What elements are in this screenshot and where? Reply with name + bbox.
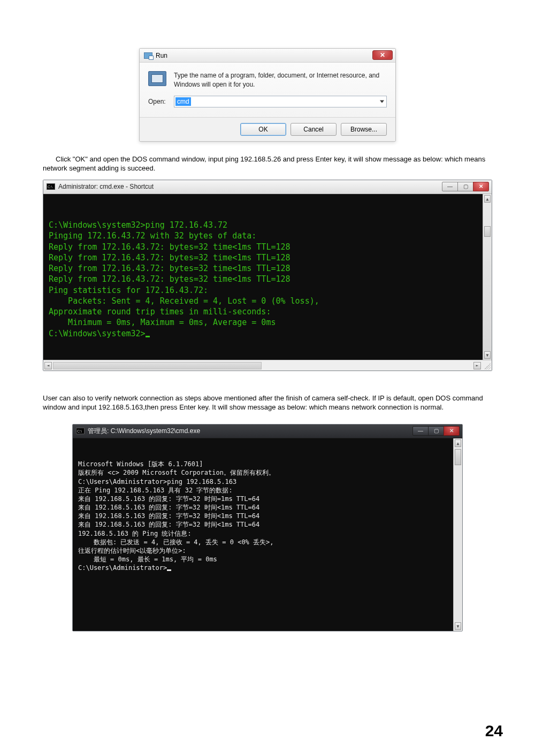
open-combobox[interactable]: cmd — [174, 96, 387, 107]
cmd-output[interactable]: C:\Windows\system32>ping 172.16.43.72Pin… — [43, 194, 492, 360]
paragraph-1: Click "OK" and open the DOS command wind… — [43, 155, 492, 173]
terminal-line: 最短 = 0ms, 最长 = 1ms, 平均 = 0ms — [78, 555, 457, 564]
cmd-window-chinese: C:\ 管理员: C:\Windows\system32\cmd.exe — ▢… — [72, 424, 463, 631]
terminal-line: 往返行程的估计时间<以毫秒为单位>: — [78, 546, 457, 555]
run-icon — [144, 52, 152, 59]
terminal-line: Pinging 172.16.43.72 with 32 bytes of da… — [49, 230, 486, 241]
run-dialog: Run ✕ Type the name of a program, folder… — [139, 48, 396, 142]
paragraph-2: User can also to verify network connecti… — [43, 394, 492, 412]
program-icon — [148, 71, 166, 86]
terminal-line: 来自 192.168.5.163 的回复: 字节=32 时间<1ms TTL=6… — [78, 520, 457, 529]
ok-button[interactable]: OK — [240, 123, 286, 136]
run-dialog-title: Run — [156, 52, 167, 59]
terminal-line: 正在 Ping 192.168.5.163 具有 32 字节的数据: — [78, 486, 457, 495]
terminal-line: C:\Users\Administrator>ping 192.168.5.16… — [78, 477, 457, 486]
terminal-line: 版权所有 <c> 2009 Microsoft Corporation。保留所有… — [78, 468, 457, 477]
terminal-line: 来自 192.168.5.163 的回复: 字节=32 时间=1ms TTL=6… — [78, 495, 457, 503]
cmd-title-2: 管理员: C:\Windows\system32\cmd.exe — [88, 427, 200, 436]
maximize-button[interactable]: ▢ — [428, 426, 444, 436]
run-dialog-titlebar[interactable]: Run ✕ — [140, 49, 395, 63]
cmd-titlebar-2[interactable]: C:\ 管理员: C:\Windows\system32\cmd.exe — ▢… — [73, 425, 462, 438]
cmd-sysicon: C:\ — [47, 183, 55, 190]
terminal-line: Packets: Sent = 4, Received = 4, Lost = … — [49, 296, 486, 306]
cmd-window-english: C:\ Administrator: cmd.exe - Shortcut — … — [43, 180, 492, 371]
terminal-line: C:\Windows\system32> — [49, 328, 486, 339]
open-label: Open: — [148, 98, 174, 105]
terminal-line: Approximate round trip times in milli-se… — [49, 306, 486, 317]
terminal-line: 192.168.5.163 的 Ping 统计信息: — [78, 529, 457, 538]
resize-grip-icon[interactable] — [484, 363, 491, 369]
terminal-line: Minimum = 0ms, Maximum = 0ms, Average = … — [49, 317, 486, 328]
run-close-button[interactable]: ✕ — [372, 50, 393, 60]
page-number: 24 — [485, 722, 503, 740]
terminal-line: 数据包: 已发送 = 4, 已接收 = 4, 丢失 = 0 <0% 丢失>, — [78, 538, 457, 546]
minimize-button[interactable]: — — [442, 182, 458, 191]
close-button[interactable]: ✕ — [473, 182, 489, 191]
terminal-line: Microsoft Windows [版本 6.1.7601] — [78, 460, 457, 468]
cancel-button[interactable]: Cancel — [291, 123, 337, 136]
cursor-icon — [167, 569, 171, 571]
minimize-button[interactable]: — — [412, 426, 429, 436]
scroll-down-icon[interactable]: ▼ — [455, 622, 461, 630]
scroll-down-icon[interactable]: ▼ — [484, 351, 491, 359]
cmd-title: Administrator: cmd.exe - Shortcut — [58, 183, 154, 190]
close-button[interactable]: ✕ — [444, 426, 460, 436]
terminal-line: C:\Users\Administrator> — [78, 564, 457, 572]
scroll-up-icon[interactable]: ▲ — [455, 439, 461, 447]
browse-button[interactable]: Browse... — [341, 123, 387, 136]
maximize-button[interactable]: ▢ — [457, 182, 473, 191]
cmd-output-2[interactable]: Microsoft Windows [版本 6.1.7601]版权所有 <c> … — [73, 438, 462, 631]
terminal-line: 来自 192.168.5.163 的回复: 字节=32 时间<1ms TTL=6… — [78, 512, 457, 520]
open-value: cmd — [175, 97, 191, 106]
terminal-line: Reply from 172.16.43.72: bytes=32 time<1… — [49, 252, 486, 263]
scroll-up-icon[interactable]: ▲ — [484, 195, 491, 203]
hscroll-track[interactable] — [53, 362, 262, 369]
scroll-right-icon[interactable]: ► — [473, 362, 481, 369]
terminal-line: Reply from 172.16.43.72: bytes=32 time<1… — [49, 263, 486, 274]
cmd-sysicon: C:\ — [76, 428, 85, 434]
horizontal-scrollbar[interactable]: ◄ ► — [43, 360, 492, 371]
terminal-line: C:\Windows\system32>ping 172.16.43.72 — [49, 220, 486, 230]
cmd-titlebar[interactable]: C:\ Administrator: cmd.exe - Shortcut — … — [43, 180, 492, 194]
terminal-line: Ping statistics for 172.16.43.72: — [49, 285, 486, 296]
chevron-down-icon[interactable] — [380, 100, 384, 103]
terminal-line: Reply from 172.16.43.72: bytes=32 time<1… — [49, 242, 486, 252]
terminal-line: 来自 192.168.5.163 的回复: 字节=32 时间<1ms TTL=6… — [78, 503, 457, 512]
run-message: Type the name of a program, folder, docu… — [174, 71, 387, 89]
scroll-left-icon[interactable]: ◄ — [44, 362, 52, 369]
cursor-icon — [146, 336, 150, 337]
terminal-line: Reply from 172.16.43.72: bytes=32 time<1… — [49, 274, 486, 284]
